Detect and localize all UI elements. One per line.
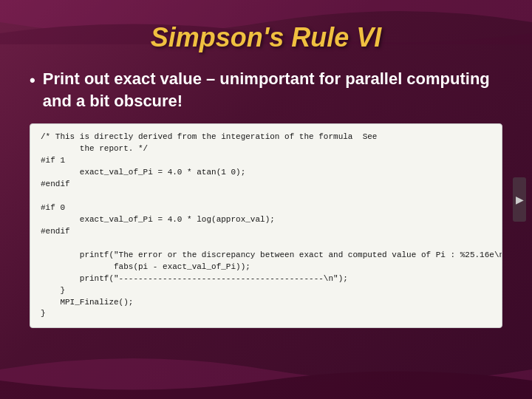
slide-container: Simpson's Rule VI • Print out exact valu… <box>0 0 532 399</box>
nav-arrow-icon: ▶ <box>516 194 524 205</box>
code-block: /* This is directly derived from the int… <box>30 123 502 328</box>
nav-arrow[interactable]: ▶ <box>513 177 526 222</box>
bullet-section: • Print out exact value – unimportant fo… <box>30 68 502 112</box>
slide-title: Simpson's Rule VI <box>151 22 382 53</box>
wave-bottom-decoration <box>0 340 532 399</box>
bullet-text: Print out exact value – unimportant for … <box>43 68 502 112</box>
bullet-dot: • <box>30 69 35 92</box>
bullet-item: • Print out exact value – unimportant fo… <box>30 68 502 112</box>
